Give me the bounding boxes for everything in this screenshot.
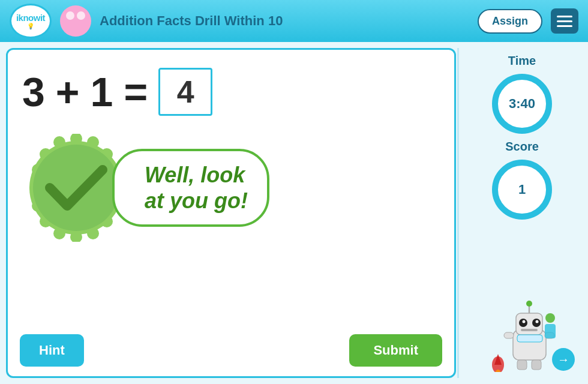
time-label: Time	[508, 54, 536, 68]
menu-button[interactable]	[551, 8, 578, 34]
menu-line-2	[557, 20, 572, 22]
answer-box: 4	[158, 68, 212, 116]
submit-button[interactable]: Submit	[349, 334, 442, 367]
svg-point-16	[53, 136, 65, 148]
assign-button[interactable]: Assign	[478, 9, 542, 34]
arrow-icon: →	[557, 353, 569, 367]
feedback-message: Well, look at you go!	[145, 162, 248, 214]
menu-line-1	[557, 16, 572, 17]
logo: iknowit 💡	[10, 4, 52, 38]
main-area: 3 + 1 = 4	[0, 42, 588, 384]
activity-icon	[60, 5, 91, 37]
svg-rect-35	[545, 324, 556, 338]
svg-rect-31	[517, 360, 527, 370]
svg-rect-32	[532, 360, 541, 370]
svg-point-25	[523, 320, 526, 323]
svg-point-26	[536, 320, 539, 323]
svg-rect-29	[521, 329, 538, 331]
svg-point-8	[87, 227, 99, 239]
number1: 3	[22, 71, 45, 112]
right-panel: Time 3:40 Score 1	[462, 48, 582, 378]
number2: 1	[91, 71, 113, 112]
equation-row: 3 + 1 = 4	[22, 68, 440, 116]
operator: +	[56, 71, 80, 112]
feedback-area: Well, look at you go!	[22, 134, 440, 242]
hint-button[interactable]: Hint	[20, 334, 84, 367]
svg-rect-30	[517, 335, 542, 342]
svg-point-2	[87, 136, 99, 148]
bottom-bar: Hint Submit	[20, 334, 442, 367]
svg-rect-33	[504, 332, 514, 338]
feedback-line1: Well, look	[145, 163, 245, 187]
answer-value: 4	[177, 74, 194, 110]
time-display: 3:40	[492, 74, 552, 134]
svg-point-28	[526, 301, 532, 307]
header: iknowit 💡 Addition Facts Drill Within 10…	[0, 0, 588, 42]
logo-bulb-icon: 💡	[27, 23, 34, 29]
feedback-line2: at you go!	[145, 188, 248, 213]
feedback-text-box: Well, look at you go!	[112, 149, 269, 227]
svg-point-36	[545, 313, 555, 323]
page-title: Addition Facts Drill Within 10	[100, 13, 469, 29]
divider	[457, 48, 459, 378]
logo-text: iknowit	[16, 13, 45, 23]
robot-illustration	[480, 288, 564, 372]
score-display: 1	[492, 160, 552, 220]
next-arrow-button[interactable]: →	[552, 348, 575, 371]
left-panel: 3 + 1 = 4	[6, 48, 456, 378]
equals-sign: =	[124, 71, 148, 112]
svg-point-10	[53, 227, 65, 239]
menu-line-3	[557, 25, 572, 27]
score-label: Score	[505, 140, 539, 154]
